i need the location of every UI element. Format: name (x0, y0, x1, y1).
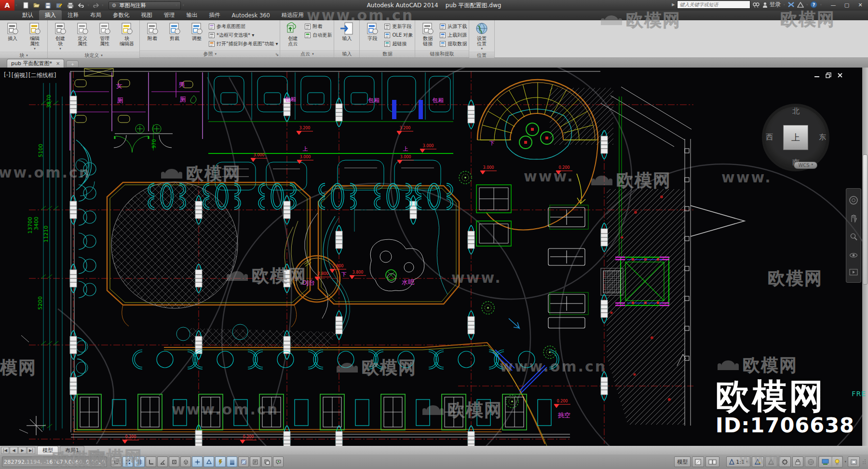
maximize-button[interactable]: ▢ (840, 0, 854, 10)
wcs-menu-button[interactable]: WCS▾ (794, 162, 817, 169)
sign-in-button[interactable]: 登录 (762, 0, 781, 9)
viewcube-north[interactable]: 北 (792, 107, 800, 116)
ribbon-button-数据链接[interactable]: 数据链接 (417, 21, 438, 46)
visual-style-button[interactable]: [二维线框] (28, 71, 56, 80)
viewcube-west[interactable]: 西 (766, 133, 773, 142)
ribbon-row-button-5-0[interactable]: 更新字段 (384, 23, 413, 30)
new-file-button[interactable] (21, 1, 31, 10)
save-button[interactable] (43, 1, 53, 10)
file-tab-close-icon[interactable]: × (56, 61, 60, 66)
signin-dropdown-icon[interactable]: ▾ (783, 3, 785, 7)
ribbon-button-输入[interactable]: 输入 (336, 21, 357, 41)
toolbar-lock-button[interactable] (792, 456, 803, 467)
autodesk360-dropdown-icon[interactable]: ▾ (806, 3, 808, 7)
ribbon-row-button-2-0[interactable]: 参考底图图层 (208, 23, 278, 30)
viewcube-east[interactable]: 东 (819, 133, 826, 142)
clean-screen-button[interactable] (848, 456, 860, 467)
redo-dropdown-icon[interactable]: ▾ (102, 3, 104, 7)
panel-title-输入[interactable]: 输入 (334, 50, 359, 57)
drawing-area[interactable]: 女厕男厕包厢包厢包厢DJ台水吧挑空上上下下3.2003.2003.0003.00… (0, 68, 868, 446)
ribbon-tab-0[interactable]: 默认 (16, 10, 39, 20)
quick-access-customize-icon[interactable]: ▾ (183, 3, 185, 7)
ribbon-tab-3[interactable]: 布局 (84, 10, 107, 20)
save-as-button[interactable] (54, 1, 64, 10)
polar-tracking-toggle[interactable] (157, 456, 168, 467)
orbit-icon[interactable] (849, 251, 858, 260)
ribbon-button-管理属性[interactable]: 管理属性 (94, 21, 115, 46)
panel-title-链接和提取[interactable]: 链接和提取 (415, 50, 469, 57)
open-file-button[interactable] (32, 1, 42, 10)
ribbon-button-字段[interactable]: 字段 (362, 21, 383, 41)
ribbon-button-附着[interactable]: 附着 (142, 21, 163, 41)
ribbon-button-块编辑器[interactable]: 块编辑器 (116, 21, 137, 46)
application-menu-arrow-icon[interactable]: ▾ (15, 3, 17, 7)
ribbon-tab-6[interactable]: 管理 (158, 10, 181, 20)
viewcube-top-face[interactable]: 上 (783, 125, 808, 150)
search-icon[interactable] (753, 2, 760, 8)
ortho-mode-toggle[interactable] (146, 456, 156, 467)
scrollbar-thumb[interactable] (863, 154, 868, 285)
annotation-visibility-button[interactable] (752, 456, 764, 467)
workspace-switching-button[interactable] (779, 456, 791, 467)
ribbon-row-button-5-1[interactable]: OLE 对象 (384, 31, 413, 39)
ribbon-tab-9[interactable]: Autodesk 360 (226, 11, 276, 20)
ribbon-row-button-2-2[interactable]: 打开"捕捉到参考底图"功能 ▾ (208, 40, 278, 48)
file-tab[interactable]: pub 平面配置图* × (7, 59, 64, 68)
model-tab[interactable]: 模型 (37, 446, 58, 455)
status-overflow-icon[interactable]: ▾ (844, 460, 846, 464)
object-snap-toggle[interactable] (169, 456, 179, 467)
help-dropdown-icon[interactable]: ▾ (820, 3, 822, 7)
ribbon-tab-1[interactable]: 插入 (39, 10, 62, 20)
ribbon-row-button-6-1[interactable]: 上载到源 (439, 31, 467, 39)
infocenter-collapse-icon[interactable]: ▶ (672, 2, 675, 7)
search-input[interactable] (677, 0, 750, 9)
workspace-switcher[interactable]: ⚙ 草图与注释 ▾ (108, 1, 181, 10)
help-button[interactable]: ? (810, 1, 817, 8)
panel-title-参照[interactable]: 参照▾ (140, 50, 280, 57)
object-snap-tracking-toggle[interactable] (192, 456, 203, 467)
minimize-button[interactable]: — (827, 0, 840, 10)
panel-dialog-launcher-icon[interactable]: ⇘ (275, 52, 279, 57)
undo-dropdown-icon[interactable]: ▾ (88, 3, 90, 7)
ribbon-tab-4[interactable]: 参数化 (107, 10, 136, 20)
ribbon-row-button-3-0[interactable]: 附着 (304, 23, 332, 30)
hardware-acceleration-icon[interactable] (819, 457, 831, 467)
pan-icon[interactable] (849, 214, 858, 223)
close-button[interactable]: ✕ (854, 0, 867, 10)
lineweight-toggle[interactable] (227, 456, 237, 467)
showmotion-icon[interactable] (849, 269, 858, 276)
drawing-close-icon[interactable] (837, 72, 843, 78)
layout1-tab[interactable]: 布局1 (60, 446, 84, 455)
navigation-wheel-icon[interactable] (849, 195, 858, 205)
prev-layout-button[interactable]: ◀ (10, 447, 18, 454)
selection-cycling-toggle[interactable] (261, 456, 272, 467)
next-layout-button[interactable]: ▶ (18, 447, 27, 454)
vertical-scrollbar[interactable] (862, 68, 868, 446)
ribbon-tab-8[interactable]: 插件 (203, 10, 226, 20)
quick-view-layouts-button[interactable] (692, 456, 704, 467)
last-layout-button[interactable]: ▶| (27, 447, 35, 454)
ribbon-button-编辑属性[interactable]: 编辑属性▾ (24, 21, 45, 52)
ribbon-row-button-6-0[interactable]: 从源下载 (439, 23, 467, 30)
3d-object-snap-toggle[interactable] (180, 456, 191, 467)
redo-button[interactable] (91, 1, 100, 10)
ribbon-button-插入[interactable]: 插入 (2, 21, 23, 41)
zoom-icon[interactable] (849, 233, 858, 241)
model-space-button[interactable]: 模型 (674, 456, 691, 467)
undo-button[interactable] (77, 1, 86, 10)
annotation-monitor-toggle[interactable] (273, 456, 284, 467)
transparency-toggle[interactable] (238, 456, 249, 467)
ribbon-button-剪裁[interactable]: 剪裁 (164, 21, 185, 41)
ribbon-tab-10[interactable]: 精选应用 (276, 10, 310, 20)
panel-title-数据[interactable]: 数据 (360, 50, 415, 57)
dynamic-input-toggle[interactable] (215, 456, 226, 467)
quick-properties-toggle[interactable] (250, 456, 260, 467)
ribbon-row-button-2-1[interactable]: *边框可变选项* ▾ (208, 31, 278, 39)
view-control-button[interactable]: [俯视] (12, 71, 27, 80)
isolate-objects-lightbulb-icon[interactable] (832, 457, 842, 467)
new-drawing-tab-button[interactable]: ＋ (66, 60, 79, 68)
application-menu-button[interactable]: A (0, 0, 14, 11)
geographic-location-button[interactable] (805, 456, 817, 467)
ribbon-button-定义属性[interactable]: 定义属性 (72, 21, 93, 46)
ribbon-button-创建块[interactable]: 创建块▾ (50, 21, 71, 52)
